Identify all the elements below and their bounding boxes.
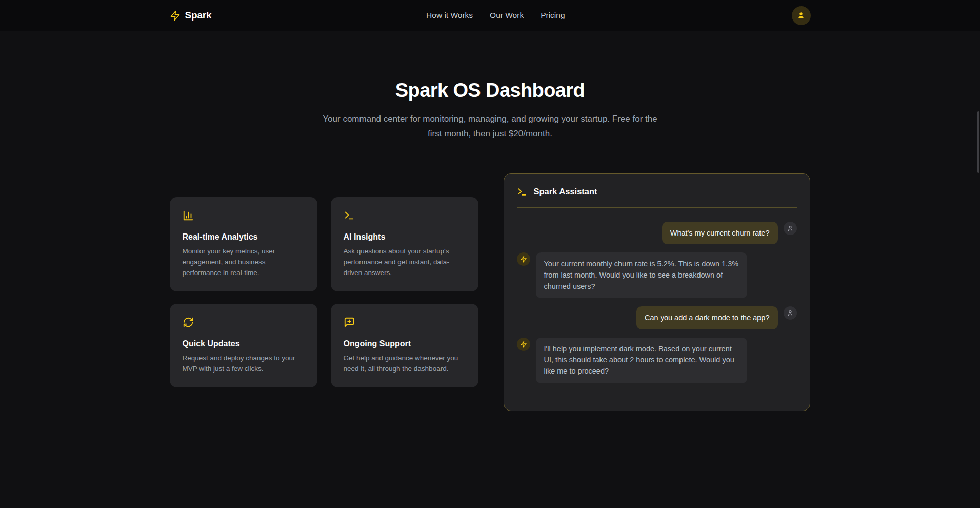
page-subtitle: Your command center for monitoring, mana… (316, 112, 665, 142)
spark-assistant-panel: Spark Assistant What's my current churn … (504, 173, 810, 411)
assistant-message-bubble: Your current monthly churn rate is 5.2%.… (536, 252, 747, 298)
zap-icon (520, 256, 527, 263)
feature-card-realtime-analytics: Real-time Analytics Monitor your key met… (170, 197, 317, 291)
user-icon (796, 11, 806, 20)
nav-container: Spark How it Works Our Work Pricing (170, 6, 811, 25)
page-title: Spark OS Dashboard (0, 81, 980, 100)
nav-link-our-work[interactable]: Our Work (490, 11, 524, 20)
chat-message-assistant: I'll help you implement dark mode. Based… (517, 338, 797, 383)
nav-link-how-it-works[interactable]: How it Works (426, 11, 473, 20)
nav-link-pricing[interactable]: Pricing (541, 11, 565, 20)
assistant-avatar (517, 252, 530, 266)
feature-title: AI Insights (344, 232, 466, 242)
nav-links: How it Works Our Work Pricing (426, 11, 565, 20)
zap-icon (520, 341, 527, 348)
features-grid: Real-time Analytics Monitor your key met… (170, 197, 478, 387)
chat-message-user: What's my current churn rate? (517, 222, 797, 244)
chat-message-assistant: Your current monthly churn rate is 5.2%.… (517, 252, 797, 298)
user-avatar (784, 306, 797, 320)
feature-title: Real-time Analytics (183, 232, 305, 242)
terminal-icon (517, 187, 527, 197)
feature-description: Get help and guidance whenever you need … (344, 353, 466, 375)
refresh-icon (183, 317, 305, 328)
feature-title: Quick Updates (183, 339, 305, 348)
user-message-bubble: What's my current churn rate? (662, 222, 778, 244)
feature-title: Ongoing Support (344, 339, 466, 348)
brand-name: Spark (185, 10, 212, 21)
assistant-panel-title: Spark Assistant (534, 187, 597, 197)
assistant-avatar (517, 338, 530, 351)
user-icon (787, 309, 794, 317)
zap-icon (170, 10, 181, 21)
hero-section: Spark OS Dashboard Your command center f… (0, 31, 980, 142)
feature-card-quick-updates: Quick Updates Request and deploy changes… (170, 304, 317, 387)
assistant-panel-header: Spark Assistant (517, 187, 797, 208)
brand-logo[interactable]: Spark (170, 10, 212, 21)
feature-card-ai-insights: AI Insights Ask questions about your sta… (331, 197, 478, 291)
feature-description: Monitor your key metrics, user engagemen… (183, 246, 305, 279)
feature-card-ongoing-support: Ongoing Support Get help and guidance wh… (331, 304, 478, 387)
terminal-icon (344, 210, 466, 221)
bar-chart-icon (183, 210, 305, 221)
feature-description: Request and deploy changes to your MVP w… (183, 353, 305, 375)
message-plus-icon (344, 317, 466, 328)
chat-messages: What's my current churn rate? Your curre… (517, 222, 797, 383)
user-message-bubble: Can you add a dark mode to the app? (636, 306, 777, 329)
main-content: Real-time Analytics Monitor your key met… (170, 173, 811, 411)
assistant-message-bubble: I'll help you implement dark mode. Based… (536, 338, 747, 383)
feature-description: Ask questions about your startup's perfo… (344, 246, 466, 279)
user-avatar (784, 222, 797, 235)
user-icon (787, 225, 794, 232)
page-scrollbar-thumb[interactable] (977, 111, 979, 173)
chat-message-user: Can you add a dark mode to the app? (517, 306, 797, 329)
top-nav: Spark How it Works Our Work Pricing (0, 0, 980, 31)
account-avatar-button[interactable] (792, 6, 811, 25)
